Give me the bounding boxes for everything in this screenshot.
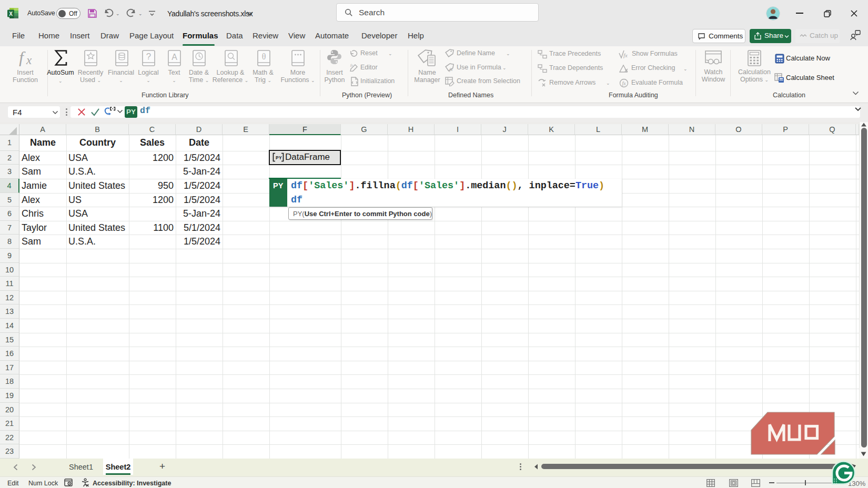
svg-text:θ: θ (262, 52, 266, 61)
svg-text:PY: PY (276, 155, 282, 160)
svg-text:f: f (19, 50, 26, 66)
svg-text:X: X (9, 11, 13, 17)
svg-text:x: x (26, 54, 32, 66)
svg-text:fx: fx (623, 52, 628, 58)
svg-text:?: ? (146, 52, 151, 62)
svg-text:A: A (171, 53, 177, 62)
svg-text:fy: fy (350, 63, 354, 67)
svg-text:fx: fx (449, 67, 453, 72)
svg-text:fx: fx (622, 80, 626, 86)
